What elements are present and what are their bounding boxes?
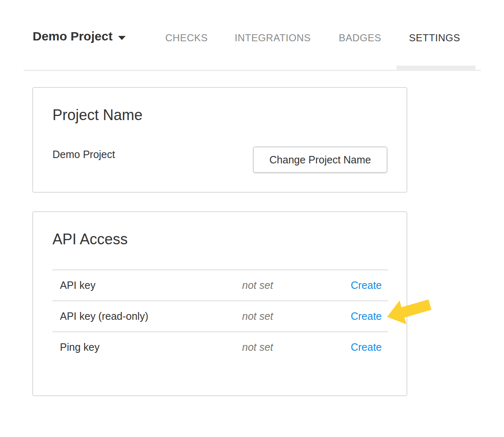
table-row-api-key-read-only: API key (read-only) not set Create	[52, 300, 388, 331]
project-name-value: Demo Project	[52, 148, 115, 161]
header-divider	[24, 70, 481, 71]
project-switcher-dropdown[interactable]: Demo Project	[33, 29, 126, 44]
chevron-down-icon	[118, 36, 126, 40]
tab-checks[interactable]: CHECKS	[165, 33, 208, 43]
key-value: not set	[242, 279, 351, 291]
project-settings-page: Demo Project CHECKS INTEGRATIONS BADGES …	[0, 0, 504, 437]
key-label: API key (read-only)	[52, 310, 242, 322]
api-keys-table: API key not set Create API key (read-onl…	[52, 269, 388, 362]
project-title: Demo Project	[33, 29, 112, 44]
create-readonly-api-key-link[interactable]: Create	[351, 310, 388, 322]
key-value: not set	[242, 310, 351, 322]
project-name-card: Project Name Demo Project Change Project…	[32, 87, 407, 193]
table-row-api-key: API key not set Create	[52, 269, 388, 300]
tab-integrations[interactable]: INTEGRATIONS	[235, 33, 311, 43]
tab-settings[interactable]: SETTINGS	[409, 33, 460, 43]
api-access-card-title: API Access	[52, 230, 128, 248]
tab-badges[interactable]: BADGES	[339, 33, 381, 43]
key-value: not set	[242, 341, 351, 353]
change-project-name-button[interactable]: Change Project Name	[253, 146, 388, 173]
create-api-key-link[interactable]: Create	[351, 279, 388, 291]
table-row-ping-key: Ping key not set Create	[52, 331, 388, 362]
project-name-card-title: Project Name	[52, 106, 143, 124]
key-label: Ping key	[52, 341, 242, 353]
key-label: API key	[52, 279, 242, 291]
api-access-card: API Access API key not set Create API ke…	[32, 211, 407, 396]
create-ping-key-link[interactable]: Create	[351, 341, 388, 353]
